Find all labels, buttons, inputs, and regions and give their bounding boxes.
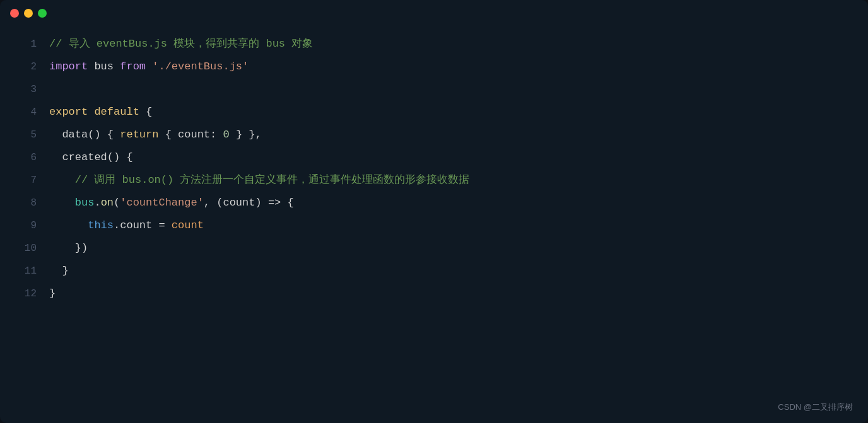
line-content: }) (49, 237, 849, 260)
token: () (88, 129, 100, 141)
token: return (120, 129, 158, 141)
line-number: 11 (19, 260, 37, 282)
titlebar (0, 0, 868, 26)
token (88, 106, 94, 118)
token: .count = (114, 219, 172, 231)
token: data (49, 129, 88, 141)
code-window: 1// 导入 eventBus.js 模块，得到共享的 bus 对象2impor… (0, 0, 868, 423)
code-area: 1// 导入 eventBus.js 模块，得到共享的 bus 对象2impor… (0, 26, 868, 423)
token: ( (114, 197, 120, 209)
line-number: 4 (19, 101, 37, 124)
token: count (172, 219, 204, 231)
traffic-lights (10, 9, 47, 18)
line-content: bus.on('countChange', (count) => { (49, 192, 849, 214)
line-content: data() { return { count: 0 } }, (49, 124, 849, 146)
line-number: 5 (19, 124, 37, 146)
code-line: 3 (0, 78, 868, 101)
token: { (120, 151, 132, 163)
line-number: 3 (19, 78, 37, 101)
code-line: 2import bus from './eventBus.js' (0, 55, 868, 78)
line-content: this.count = count (49, 214, 849, 237)
code-line: 10 }) (0, 237, 868, 260)
line-content: // 导入 eventBus.js 模块，得到共享的 bus 对象 (49, 33, 849, 55)
token: created (49, 151, 107, 163)
line-number: 8 (19, 192, 37, 214)
line-number: 6 (19, 146, 37, 169)
token: from (120, 61, 146, 72)
token: import (49, 61, 88, 72)
line-number: 7 (19, 169, 37, 192)
token: } (49, 265, 69, 277)
maximize-button[interactable] (38, 9, 47, 18)
code-line: 1// 导入 eventBus.js 模块，得到共享的 bus 对象 (0, 33, 868, 55)
code-line: 4export default { (0, 101, 868, 124)
line-number: 9 (19, 214, 37, 237)
line-content: // 调用 bus.on() 方法注册一个自定义事件，通过事件处理函数的形参接收… (49, 169, 849, 192)
line-content: created() { (49, 146, 849, 169)
token: this (88, 219, 114, 231)
token: // 调用 bus.on() 方法注册一个自定义事件，通过事件处理函数的形参接收… (49, 174, 469, 186)
token: { (101, 129, 120, 141)
close-button[interactable] (10, 9, 19, 18)
token: export (49, 106, 88, 118)
line-number: 1 (19, 33, 37, 55)
token: 'countChange' (120, 197, 204, 209)
token: } (49, 287, 56, 299)
token: './eventBus.js' (152, 61, 249, 72)
token: // 导入 eventBus.js 模块，得到共享的 bus 对象 (49, 38, 313, 50)
line-content: import bus from './eventBus.js' (49, 55, 849, 78)
minimize-button[interactable] (24, 9, 33, 18)
code-line: 7 // 调用 bus.on() 方法注册一个自定义事件，通过事件处理函数的形参… (0, 169, 868, 192)
line-content: } (49, 260, 849, 282)
code-line: 8 bus.on('countChange', (count) => { (0, 192, 868, 214)
token: bus (88, 61, 120, 72)
code-line: 6 created() { (0, 146, 868, 169)
line-number: 2 (19, 55, 37, 78)
token: . (94, 197, 100, 209)
token: }) (49, 242, 88, 254)
watermark: CSDN @二叉排序树 (778, 402, 853, 413)
token: , (count) => { (204, 197, 294, 209)
token: default (94, 106, 139, 118)
token (49, 219, 88, 231)
code-line: 5 data() { return { count: 0 } }, (0, 124, 868, 146)
token: () (107, 151, 120, 163)
token (146, 61, 152, 72)
token: 0 (223, 129, 229, 141)
code-line: 11 } (0, 260, 868, 282)
line-number: 12 (19, 282, 37, 305)
code-line: 9 this.count = count (0, 214, 868, 237)
token: } }, (230, 129, 262, 141)
token: { count: (158, 129, 223, 141)
line-number: 10 (19, 237, 37, 260)
line-content: export default { (49, 101, 849, 124)
code-line: 12} (0, 282, 868, 305)
token: { (139, 106, 152, 118)
line-content: } (49, 282, 849, 305)
token: on (101, 197, 114, 209)
token: bus (49, 197, 94, 209)
